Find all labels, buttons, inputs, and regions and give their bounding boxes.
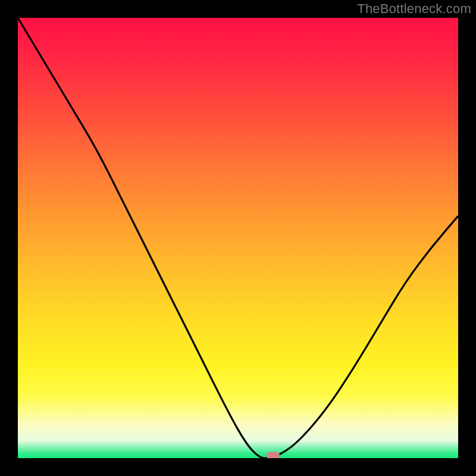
curve-path [18, 18, 458, 458]
bottleneck-curve [18, 18, 458, 458]
optimal-point-marker [267, 452, 280, 458]
plot-area [18, 18, 458, 458]
watermark-text: TheBottleneck.com [357, 1, 471, 17]
chart-frame: TheBottleneck.com [0, 0, 476, 476]
